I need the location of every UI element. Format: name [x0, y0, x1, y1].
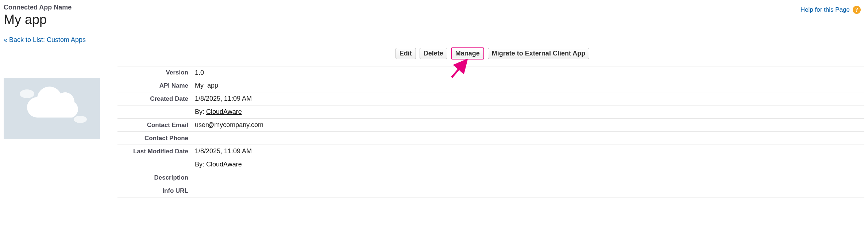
page-eyebrow: Connected App Name: [4, 4, 72, 11]
last-modified-by-user-link[interactable]: CloudAware: [206, 161, 242, 168]
version-label: Version: [117, 69, 195, 76]
details-table: Version 1.0 API Name My_app Created Date…: [117, 66, 864, 197]
created-date-value: 1/8/2025, 11:09 AM: [195, 93, 252, 105]
created-by-value: By: CloudAware: [195, 106, 242, 118]
back-to-list-link[interactable]: « Back to List: Custom Apps: [4, 36, 86, 44]
app-logo-placeholder: [4, 78, 100, 139]
last-modified-label: Last Modified Date: [117, 148, 195, 155]
delete-button[interactable]: Delete: [420, 48, 447, 59]
api-name-label: API Name: [117, 82, 195, 89]
info-url-label: Info URL: [117, 187, 195, 195]
svg-point-1: [20, 89, 34, 98]
version-value: 1.0: [195, 67, 204, 79]
created-by-prefix: By:: [195, 108, 206, 115]
page-title: My app: [4, 12, 72, 27]
created-by-user-link[interactable]: CloudAware: [206, 108, 242, 115]
contact-email-label: Contact Email: [117, 122, 195, 129]
contact-phone-label: Contact Phone: [117, 135, 195, 142]
description-label: Description: [117, 174, 195, 181]
contact-email-value: user@mycompany.com: [195, 119, 263, 131]
last-modified-by-value: By: CloudAware: [195, 158, 242, 170]
edit-button[interactable]: Edit: [396, 48, 416, 59]
cloud-icon: [12, 83, 92, 134]
svg-point-2: [74, 116, 87, 123]
created-date-label: Created Date: [117, 95, 195, 103]
last-modified-value: 1/8/2025, 11:09 AM: [195, 145, 252, 157]
last-modified-by-prefix: By:: [195, 161, 206, 168]
migrate-button[interactable]: Migrate to External Client App: [488, 48, 589, 59]
api-name-value: My_app: [195, 80, 218, 92]
help-link[interactable]: Help for this Page: [801, 6, 850, 14]
manage-button[interactable]: Manage: [451, 47, 484, 59]
help-icon[interactable]: ?: [853, 6, 861, 14]
